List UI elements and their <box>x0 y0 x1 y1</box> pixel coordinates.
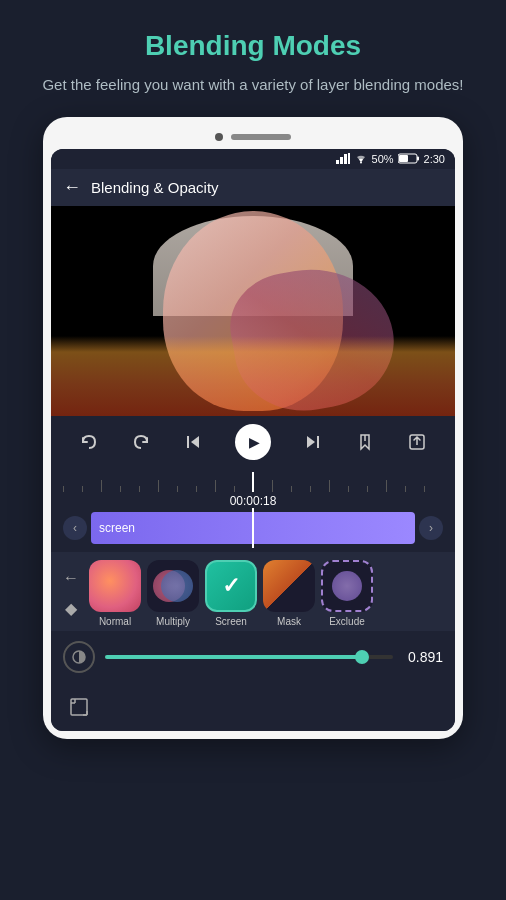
notch-speaker <box>231 134 291 140</box>
opacity-svg-icon <box>71 649 87 665</box>
redo-button[interactable] <box>131 432 151 452</box>
bottom-bar <box>51 683 455 731</box>
track-next-button[interactable]: › <box>419 516 443 540</box>
redo-icon <box>131 432 151 452</box>
sunset-layer <box>51 336 455 416</box>
track-prev-button[interactable]: ‹ <box>63 516 87 540</box>
battery-text: 50% <box>372 153 394 165</box>
phone-wrapper: 50% 2:30 ← Blending & Opacity <box>43 117 463 739</box>
svg-rect-6 <box>417 157 419 161</box>
svg-rect-2 <box>344 154 347 164</box>
timeline-playhead <box>252 472 254 492</box>
screen-icon <box>205 560 257 612</box>
crop-tool-button[interactable] <box>63 691 95 723</box>
left-controls: ← ◆ <box>59 569 83 618</box>
svg-rect-3 <box>348 153 350 164</box>
skip-forward-button[interactable] <box>303 432 323 452</box>
back-nav-button[interactable]: ← <box>63 569 79 587</box>
mask-label: Mask <box>277 616 301 627</box>
mode-item-exclude[interactable]: Exclude <box>321 560 373 627</box>
mode-item-normal[interactable]: Normal <box>89 560 141 627</box>
timeline-area[interactable]: 00:00:18 ‹ screen › <box>51 468 455 552</box>
subtitle: Get the feeling you want with a variety … <box>20 74 486 97</box>
wifi-icon <box>354 153 368 164</box>
skip-back-icon <box>183 432 203 452</box>
svg-rect-0 <box>336 160 339 164</box>
main-title: Blending Modes <box>20 30 486 62</box>
skip-back-button[interactable] <box>183 432 203 452</box>
battery-icon <box>398 153 420 164</box>
track-row: ‹ screen › <box>63 512 443 544</box>
header-section: Blending Modes Get the feeling you want … <box>0 0 506 117</box>
bookmark-button[interactable] <box>355 432 375 452</box>
export-icon <box>407 432 427 452</box>
opacity-icon <box>63 641 95 673</box>
phone-notch <box>51 133 455 149</box>
controls-bar: ▶ <box>51 416 455 468</box>
exclude-label: Exclude <box>329 616 365 627</box>
phone-screen: 50% 2:30 ← Blending & Opacity <box>51 149 455 731</box>
opacity-slider[interactable] <box>105 655 393 659</box>
mask-icon <box>263 560 315 612</box>
app-header-title: Blending & Opacity <box>91 179 219 196</box>
back-button[interactable]: ← <box>63 177 81 198</box>
opacity-value: 0.891 <box>403 649 443 665</box>
timeline-ruler <box>63 472 443 492</box>
svg-rect-8 <box>187 436 189 448</box>
exclude-icon <box>321 560 373 612</box>
svg-rect-7 <box>399 155 408 162</box>
app-header: ← Blending & Opacity <box>51 169 455 206</box>
svg-rect-1 <box>340 157 343 164</box>
normal-icon <box>89 560 141 612</box>
track-clip[interactable]: screen <box>91 512 415 544</box>
bookmark-icon <box>355 432 375 452</box>
skip-forward-icon <box>303 432 323 452</box>
export-button[interactable] <box>407 432 427 452</box>
video-canvas <box>51 206 455 416</box>
diamond-button[interactable]: ◆ <box>65 599 77 618</box>
svg-rect-14 <box>71 699 87 715</box>
mode-item-screen[interactable]: Screen <box>205 560 257 627</box>
status-bar: 50% 2:30 <box>51 149 455 169</box>
notch-dot <box>215 133 223 141</box>
signal-icon <box>336 153 350 164</box>
blending-section: ← ◆ Normal Multiply Screen <box>51 552 455 631</box>
svg-rect-9 <box>317 436 319 448</box>
opacity-section: 0.891 <box>51 631 455 683</box>
track-playhead <box>252 508 254 548</box>
mode-item-multiply[interactable]: Multiply <box>147 560 199 627</box>
video-content <box>51 206 455 416</box>
normal-label: Normal <box>99 616 131 627</box>
multiply-icon <box>147 560 199 612</box>
blend-modes-row: ← ◆ Normal Multiply Screen <box>51 560 455 627</box>
undo-icon <box>79 432 99 452</box>
screen-label: Screen <box>215 616 247 627</box>
track-clip-label: screen <box>99 521 135 535</box>
crop-icon <box>67 695 91 719</box>
play-button[interactable]: ▶ <box>235 424 271 460</box>
opacity-slider-fill <box>105 655 362 659</box>
opacity-slider-thumb <box>355 650 369 664</box>
undo-button[interactable] <box>79 432 99 452</box>
status-icons: 50% 2:30 <box>336 153 445 165</box>
mode-item-mask[interactable]: Mask <box>263 560 315 627</box>
multiply-label: Multiply <box>156 616 190 627</box>
time-display: 2:30 <box>424 153 445 165</box>
svg-point-4 <box>360 162 362 164</box>
